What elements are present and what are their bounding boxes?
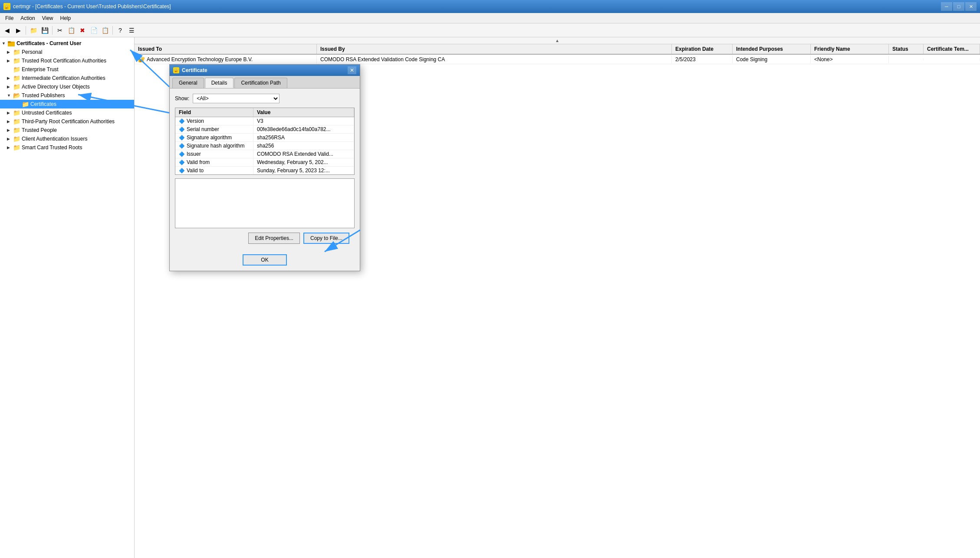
- detail-row-sig-alg[interactable]: 🔷 Signature algorithm sha256RSA: [175, 134, 354, 142]
- menu-view[interactable]: View: [39, 14, 57, 22]
- tab-certification-path[interactable]: Certification Path: [234, 78, 287, 88]
- tree-item-certificates[interactable]: ▶ 📁 Certificates: [0, 100, 134, 108]
- dtd-value-issuer: COMODO RSA Extended Valid...: [253, 150, 354, 158]
- smart-card-arrow: ▶: [7, 145, 12, 150]
- th-cert-tem[interactable]: Certificate Tem...: [924, 44, 980, 54]
- third-party-arrow: ▶: [7, 119, 12, 124]
- dtd-field-serial: 🔷 Serial number: [175, 125, 253, 133]
- dth-field: Field: [175, 108, 253, 117]
- tab-general[interactable]: General: [172, 78, 204, 88]
- trusted-people-arrow: ▶: [7, 128, 12, 132]
- trusted-root-label: Trusted Root Certification Authorities: [22, 58, 106, 64]
- detail-icon-version: 🔷: [179, 118, 185, 124]
- folder-up-button[interactable]: 📁: [28, 25, 39, 36]
- back-button[interactable]: ◀: [2, 25, 12, 36]
- copy-to-file-button[interactable]: Copy to File...: [303, 233, 349, 244]
- minimize-button[interactable]: ─: [941, 2, 952, 11]
- svg-rect-2: [8, 41, 11, 43]
- title-controls: ─ □ ✕: [941, 2, 977, 11]
- th-friendly[interactable]: Friendly Name: [811, 44, 889, 54]
- tree-item-untrusted[interactable]: ▶ 📁 Untrusted Certificates: [0, 108, 134, 117]
- tree-item-trusted-root[interactable]: ▶ 📁 Trusted Root Certification Authoriti…: [0, 56, 134, 65]
- dialog-action-buttons: Edit Properties... Copy to File...: [175, 233, 355, 249]
- detail-row-version[interactable]: 🔷 Version V3: [175, 117, 354, 125]
- tree-item-smart-card[interactable]: ▶ 📁 Smart Card Trusted Roots: [0, 143, 134, 152]
- close-button[interactable]: ✕: [965, 2, 977, 11]
- detail-row-issuer[interactable]: 🔷 Issuer COMODO RSA Extended Valid...: [175, 150, 354, 158]
- smart-card-label: Smart Card Trusted Roots: [22, 144, 82, 151]
- trusted-people-label: Trusted People: [22, 127, 57, 133]
- dtd-value-valid-to: Sunday, February 5, 2023 12:...: [253, 167, 354, 174]
- th-status[interactable]: Status: [889, 44, 924, 54]
- show-select[interactable]: <All> Version 1 Fields Only Extensions O…: [193, 94, 280, 103]
- th-expiration[interactable]: Expiration Date: [672, 44, 733, 54]
- detail-icon-valid-to: 🔷: [179, 168, 185, 174]
- dtd-field-valid-from: 🔷 Valid from: [175, 158, 253, 166]
- toolbar-sep-2: [52, 26, 53, 35]
- menu-file[interactable]: File: [2, 14, 17, 22]
- properties-button[interactable]: ☰: [126, 25, 137, 36]
- detail-row-valid-from[interactable]: 🔷 Valid from Wednesday, February 5, 202.…: [175, 158, 354, 167]
- third-party-icon: 📁: [13, 118, 20, 125]
- cut-button[interactable]: ✂: [55, 25, 65, 36]
- scroll-up: ▲: [135, 37, 980, 44]
- window-title: certmgr - [Certificates - Current User\T…: [13, 3, 171, 10]
- app-icon: 🔐: [3, 3, 10, 10]
- detail-icon-sig-alg: 🔷: [179, 135, 185, 141]
- dialog-footer: OK: [170, 254, 360, 271]
- th-issued-to[interactable]: Issued To: [135, 44, 317, 54]
- main-area: ▼ Certificates - Current User ▶ 📁 Person…: [0, 37, 980, 558]
- ok-button[interactable]: OK: [243, 254, 286, 266]
- root-arrow: ▼: [2, 41, 7, 46]
- dialog-close-button[interactable]: ✕: [348, 66, 356, 74]
- tree-item-client-auth[interactable]: ▶ 📁 Client Authentication Issuers: [0, 135, 134, 143]
- maximize-button[interactable]: □: [953, 2, 964, 11]
- menu-action[interactable]: Action: [17, 14, 38, 22]
- intermediate-icon: 📁: [13, 75, 20, 82]
- detail-row-serial[interactable]: 🔷 Serial number 00fe38ede66ad0c14fa00a78…: [175, 125, 354, 134]
- td-status: [889, 59, 924, 60]
- detail-icon-sig-hash: 🔷: [179, 143, 185, 149]
- export-button[interactable]: 📄: [89, 25, 99, 36]
- tree-item-enterprise[interactable]: ▶ 📁 Enterprise Trust: [0, 65, 134, 74]
- help-button[interactable]: ?: [115, 25, 125, 36]
- trusted-pub-label: Trusted Publishers: [22, 92, 65, 98]
- td-friendly: <None>: [811, 56, 889, 63]
- active-dir-icon: 📁: [13, 83, 20, 90]
- dialog-title-bar: 🔐 Certificate ✕: [170, 65, 360, 76]
- trusted-root-arrow: ▶: [7, 59, 12, 63]
- root-label: Certificates - Current User: [16, 40, 81, 46]
- dtd-value-sig-alg: sha256RSA: [253, 134, 354, 141]
- table-row[interactable]: 🔐 Advanced Encryption Technology Europe …: [135, 55, 980, 64]
- menu-help[interactable]: Help: [57, 14, 75, 22]
- tree-item-active-dir[interactable]: ▶ 📁 Active Directory User Objects: [0, 82, 134, 91]
- detail-icon-valid-from: 🔷: [179, 160, 185, 165]
- th-intended[interactable]: Intended Purposes: [733, 44, 811, 54]
- tree-root[interactable]: ▼ Certificates - Current User: [0, 39, 134, 48]
- tree-item-personal[interactable]: ▶ 📁 Personal: [0, 48, 134, 56]
- personal-folder-icon: 📁: [13, 49, 20, 56]
- edit-properties-button[interactable]: Edit Properties...: [248, 233, 300, 244]
- save-button[interactable]: 💾: [39, 25, 50, 36]
- tree-item-trusted-publishers[interactable]: ▼ 📂 Trusted Publishers: [0, 91, 134, 100]
- tree-item-trusted-people[interactable]: ▶ 📁 Trusted People: [0, 126, 134, 135]
- toolbar: ◀ ▶ 📁 💾 ✂ 📋 ✖ 📄 📋 ? ☰: [0, 23, 980, 37]
- th-issued-by[interactable]: Issued By: [317, 44, 672, 54]
- untrusted-label: Untrusted Certificates: [22, 110, 72, 116]
- copy-button[interactable]: 📋: [66, 25, 76, 36]
- tree-item-intermediate[interactable]: ▶ 📁 Intermediate Certification Authoriti…: [0, 74, 134, 82]
- dtd-field-sig-alg: 🔷 Signature algorithm: [175, 134, 253, 141]
- import-button[interactable]: 📋: [100, 25, 110, 36]
- tree-item-third-party[interactable]: ▶ 📁 Third-Party Root Certification Autho…: [0, 117, 134, 126]
- forward-button[interactable]: ▶: [13, 25, 23, 36]
- dtd-value-sig-hash: sha256: [253, 142, 354, 150]
- certificate-dialog: 🔐 Certificate ✕ General Details Certific…: [169, 64, 360, 271]
- td-expiration: 2/5/2023: [672, 56, 733, 63]
- delete-button[interactable]: ✖: [77, 25, 88, 36]
- detail-row-sig-hash[interactable]: 🔷 Signature hash algorithm sha256: [175, 142, 354, 150]
- tab-details[interactable]: Details: [205, 78, 234, 88]
- detail-row-valid-to[interactable]: 🔷 Valid to Sunday, February 5, 2023 12:.…: [175, 167, 354, 175]
- dialog-content: Show: <All> Version 1 Fields Only Extens…: [170, 89, 360, 254]
- show-label: Show:: [175, 95, 189, 102]
- menu-bar: File Action View Help: [0, 13, 980, 23]
